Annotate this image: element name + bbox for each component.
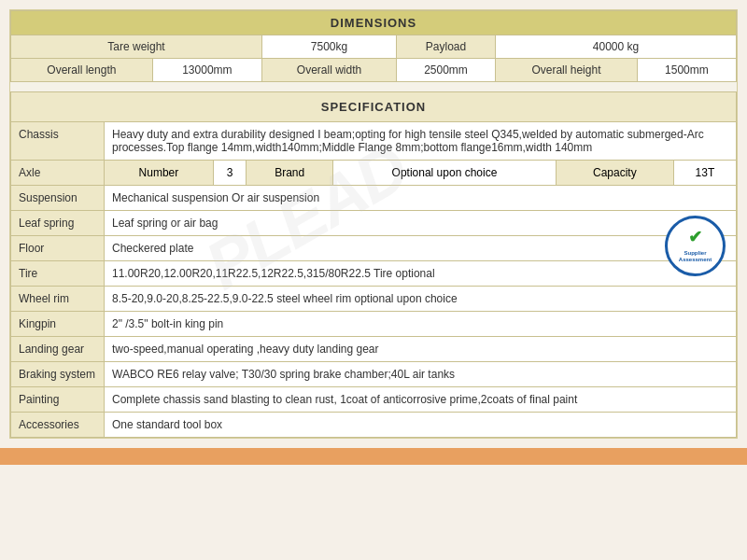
length-label: Overall length — [11, 59, 153, 82]
spec-value-4: Checkered plate — [105, 236, 737, 261]
width-value: 2500mm — [396, 59, 495, 82]
badge-check-icon: ✔ — [688, 228, 702, 248]
spec-label-6: Wheel rim — [11, 287, 105, 312]
axle-number-value: 3 — [213, 161, 246, 186]
spec-header: SPECIFICATION — [11, 92, 737, 122]
axle-brand-value: Optional upon choice — [333, 161, 557, 186]
badge-text: SupplierAssessment — [679, 250, 712, 265]
axle-brand-label: Brand — [247, 161, 333, 186]
axle-number-label: Number — [105, 161, 214, 186]
spec-value-0: Heavy duty and extra durability designed… — [105, 122, 737, 161]
spec-value-5: 11.00R20,12.00R20,11R22.5,12R22.5,315/80… — [105, 261, 737, 287]
spec-value-10: Complete chassis sand blasting to clean … — [105, 387, 737, 413]
spec-label-4: Floor — [11, 236, 105, 261]
payload-label: Payload — [396, 35, 495, 59]
spec-value-2: Mechanical suspension Or air suspension — [105, 186, 737, 211]
height-value: 1500mm — [637, 59, 736, 82]
width-label: Overall width — [262, 59, 397, 82]
spec-label-2: Suspension — [11, 186, 105, 211]
spec-value-11: One standard tool box — [105, 413, 737, 438]
spec-value-9: WABCO RE6 relay valve; T30/30 spring bra… — [105, 362, 737, 387]
axle-capacity-label: Capacity — [556, 161, 673, 186]
spec-label-3: Leaf spring — [11, 211, 105, 236]
axle-capacity-value: 13T — [673, 161, 736, 186]
tare-label: Tare weight — [11, 35, 262, 59]
spec-value-6: 8.5-20,9.0-20,8.25-22.5,9.0-22.5 steel w… — [105, 287, 737, 312]
supplier-badge: ✔ SupplierAssessment — [665, 216, 726, 276]
tare-value: 7500kg — [262, 35, 397, 59]
spec-value-8: two-speed,manual operating ,heavy duty l… — [105, 337, 737, 362]
specification-table: SPECIFICATION ChassisHeavy duty and extr… — [10, 91, 737, 438]
bottom-bar — [0, 448, 747, 465]
spec-value-3: Leaf spring or air bag — [105, 211, 737, 236]
length-value: 13000mm — [152, 59, 261, 82]
spec-label-0: Chassis — [11, 122, 105, 161]
spec-label-5: Tire — [11, 261, 105, 287]
dimensions-header: DIMENSIONS — [11, 11, 737, 35]
spec-label-9: Braking system — [11, 362, 105, 387]
payload-value: 40000 kg — [496, 35, 737, 59]
spec-value-7: 2" /3.5" bolt-in king pin — [105, 312, 737, 337]
spec-label-axle: Axle — [11, 161, 105, 186]
spec-label-7: Kingpin — [11, 312, 105, 337]
spec-label-8: Landing gear — [11, 337, 105, 362]
height-label: Overall height — [496, 59, 638, 82]
spec-label-10: Painting — [11, 387, 105, 413]
dimensions-table: DIMENSIONS Tare weight 7500kg Payload 40… — [10, 10, 737, 82]
spec-label-11: Accessories — [11, 413, 105, 438]
